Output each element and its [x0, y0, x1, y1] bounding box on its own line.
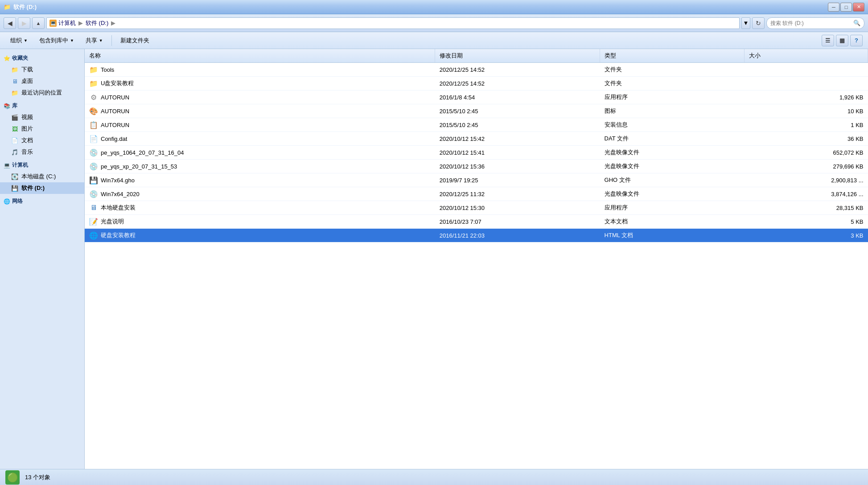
address-dropdown[interactable]: ▼: [741, 17, 750, 29]
col-header-size[interactable]: 大小: [744, 49, 868, 63]
close-button[interactable]: ✕: [853, 3, 864, 12]
file-size: 1,926 KB: [744, 90, 868, 104]
share-button[interactable]: 共享 ▼: [81, 34, 108, 47]
file-name: 光盘说明: [101, 218, 124, 226]
file-area: 名称 修改日期 类型 大小 📁 Tools 2020/12/25 14:52 文…: [85, 49, 868, 469]
sidebar-header-network[interactable]: 🌐 网络: [0, 196, 84, 207]
search-input[interactable]: [770, 20, 852, 26]
file-type: 光盘映像文件: [600, 187, 745, 201]
file-name-cell: 💿 pe_yqs_1064_20_07_31_16_04: [85, 146, 435, 160]
document-label: 文档: [21, 136, 33, 144]
new-folder-button[interactable]: 新建文件夹: [115, 34, 154, 47]
search-box[interactable]: 🔍: [766, 17, 864, 29]
library-arrow: ▼: [70, 38, 74, 43]
library-label: 包含到库中: [39, 37, 68, 45]
file-type: 光盘映像文件: [600, 146, 745, 160]
view-change-button[interactable]: ▦: [836, 35, 848, 46]
file-modified: 2019/9/7 19:25: [435, 173, 600, 187]
music-label: 音乐: [21, 148, 33, 156]
file-modified: 2015/5/10 2:45: [435, 104, 600, 118]
sidebar-header-library[interactable]: 📚 库: [0, 100, 84, 111]
file-icon: 📋: [89, 120, 98, 129]
maximize-button[interactable]: □: [840, 3, 852, 12]
table-row[interactable]: 📄 Config.dat 2020/10/12 15:42 DAT 文件 36 …: [85, 132, 868, 146]
file-size: 5 KB: [744, 215, 868, 229]
file-name: Config.dat: [101, 136, 127, 142]
file-type: 应用程序: [600, 90, 745, 104]
sidebar-item-drive-c[interactable]: 💽 本地磁盘 (C:): [0, 171, 84, 182]
sidebar-item-download[interactable]: 📁 下载: [0, 64, 84, 75]
table-row[interactable]: ⚙ AUTORUN 2016/1/8 4:54 应用程序 1,926 KB: [85, 90, 868, 104]
table-row[interactable]: 💿 pe_yqs_xp_20_07_31_15_53 2020/10/12 15…: [85, 160, 868, 173]
sidebar-item-desktop[interactable]: 🖥 桌面: [0, 75, 84, 87]
sidebar-item-document[interactable]: 📄 文档: [0, 135, 84, 146]
file-modified: 2020/10/12 15:41: [435, 146, 600, 160]
back-button[interactable]: ◀: [4, 17, 16, 29]
file-name-cell: 📄 Config.dat: [85, 132, 435, 146]
file-modified: 2016/11/21 22:03: [435, 229, 600, 242]
title-bar-buttons: ─ □ ✕: [828, 3, 864, 12]
table-row[interactable]: 📋 AUTORUN 2015/5/10 2:45 安装信息 1 KB: [85, 118, 868, 132]
file-size: 3,874,126 ...: [744, 187, 868, 201]
col-header-modified[interactable]: 修改日期: [435, 49, 600, 63]
file-name: AUTORUN: [101, 94, 129, 101]
sidebar-header-computer[interactable]: 💻 计算机: [0, 160, 84, 171]
file-name: 本地硬盘安装: [101, 204, 136, 212]
title-bar-icon: 📁: [4, 4, 11, 10]
drive-d-label: 软件 (D:): [21, 184, 45, 192]
file-type: 安装信息: [600, 118, 745, 132]
table-row[interactable]: 🌐 硬盘安装教程 2016/11/21 22:03 HTML 文档 3 KB: [85, 229, 868, 242]
minimize-button[interactable]: ─: [828, 3, 839, 12]
sidebar-item-drive-d[interactable]: 💾 软件 (D:): [0, 182, 84, 194]
address-path: 💻 计算机 ▶ 软件 (D:) ▶: [46, 17, 740, 29]
sidebar-item-image[interactable]: 🖼 图片: [0, 123, 84, 135]
file-size: 36 KB: [744, 132, 868, 146]
file-type: 文件夹: [600, 77, 745, 90]
table-row[interactable]: 💿 Win7x64_2020 2020/12/25 11:32 光盘映像文件 3…: [85, 187, 868, 201]
download-label: 下载: [21, 66, 33, 74]
organize-button[interactable]: 组织 ▼: [5, 34, 33, 47]
help-button[interactable]: ?: [850, 35, 863, 46]
file-icon: 📄: [89, 134, 98, 143]
network-icon: 🌐: [4, 198, 10, 205]
path-drive[interactable]: 软件 (D:): [86, 19, 108, 27]
file-icon: 📁: [89, 65, 98, 74]
sidebar-item-recent[interactable]: 📁 最近访问的位置: [0, 87, 84, 99]
file-name: 硬盘安装教程: [101, 231, 136, 239]
sidebar-item-video[interactable]: 🎬 视频: [0, 111, 84, 123]
file-name: Win7x64_2020: [101, 191, 140, 197]
forward-button[interactable]: ▶: [18, 17, 30, 29]
toolbar-right: ☰ ▦ ?: [822, 35, 863, 46]
table-row[interactable]: 📁 Tools 2020/12/25 14:52 文件夹: [85, 63, 868, 77]
file-name: U盘安装教程: [101, 79, 134, 87]
file-type: 图标: [600, 104, 745, 118]
main-area: ⭐ 收藏夹 📁 下载 🖥 桌面 📁 最近访问的位置 📚 库: [0, 49, 868, 469]
sidebar-item-music[interactable]: 🎵 音乐: [0, 146, 84, 158]
title-bar-left: 📁 软件 (D:): [4, 3, 37, 11]
file-icon: 🌐: [89, 231, 98, 240]
table-row[interactable]: 🖥 本地硬盘安装 2020/10/12 15:30 应用程序 28,315 KB: [85, 201, 868, 215]
table-row[interactable]: 📁 U盘安装教程 2020/12/25 14:52 文件夹: [85, 77, 868, 90]
file-type: 文件夹: [600, 63, 745, 77]
sidebar-header-favorites[interactable]: ⭐ 收藏夹: [0, 53, 84, 64]
path-computer[interactable]: 计算机: [58, 19, 76, 27]
view-options-button[interactable]: ☰: [822, 35, 834, 46]
col-header-type[interactable]: 类型: [600, 49, 745, 63]
file-type: GHO 文件: [600, 173, 745, 187]
table-row[interactable]: 💾 Win7x64.gho 2019/9/7 19:25 GHO 文件 2,90…: [85, 173, 868, 187]
refresh-button[interactable]: ↻: [752, 17, 765, 29]
file-icon: 🎨: [89, 107, 98, 115]
file-name-cell: 💿 Win7x64_2020: [85, 187, 435, 201]
include-library-button[interactable]: 包含到库中 ▼: [34, 34, 79, 47]
up-button[interactable]: ▲: [32, 17, 45, 29]
file-type: 光盘映像文件: [600, 160, 745, 173]
table-row[interactable]: 📝 光盘说明 2016/10/23 7:07 文本文档 5 KB: [85, 215, 868, 229]
table-row[interactable]: 🎨 AUTORUN 2015/5/10 2:45 图标 10 KB: [85, 104, 868, 118]
table-row[interactable]: 💿 pe_yqs_1064_20_07_31_16_04 2020/10/12 …: [85, 146, 868, 160]
drive-d-icon: 💾: [11, 184, 19, 192]
sidebar-section-favorites: ⭐ 收藏夹 📁 下载 🖥 桌面 📁 最近访问的位置: [0, 53, 84, 99]
file-icon: 💿: [89, 189, 98, 198]
search-icon: 🔍: [853, 20, 860, 26]
table-header-row: 名称 修改日期 类型 大小: [85, 49, 868, 63]
col-header-name[interactable]: 名称: [85, 49, 435, 63]
